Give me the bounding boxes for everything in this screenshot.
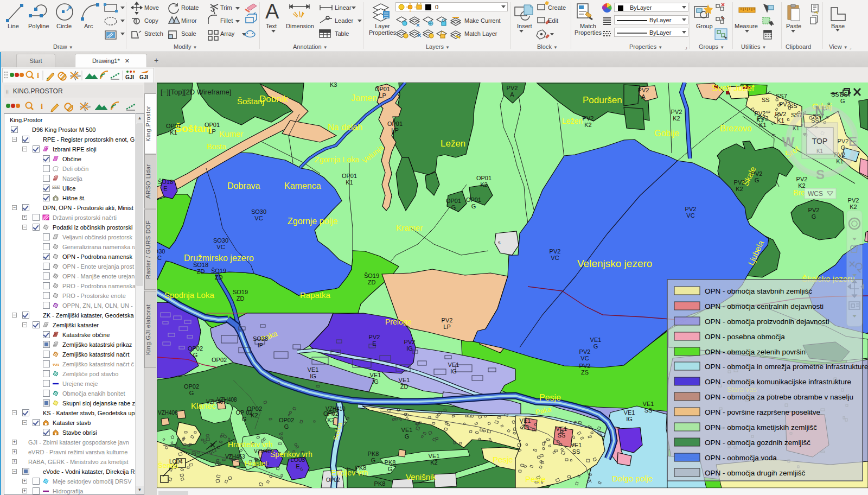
svg-text:OP 02: OP 02: [236, 409, 253, 416]
svg-text:IP: IP: [258, 342, 263, 348]
svg-text:Pesje: Pesje: [525, 474, 546, 484]
svg-text:GJI: GJI: [139, 74, 148, 80]
svg-text:PK8: PK8: [374, 480, 386, 487]
svg-text:OPN - posebna območja: OPN - posebna območja: [705, 333, 785, 341]
svg-text:PK8: PK8: [385, 459, 396, 466]
svg-text:OP01: OP01: [387, 120, 403, 127]
svg-text:Kamenca: Kamenca: [284, 181, 321, 191]
svg-text:ZS: ZS: [521, 424, 529, 430]
svg-text:Hrastelov vrh: Hrastelov vrh: [228, 440, 272, 449]
svg-text:ZS: ZS: [581, 369, 589, 376]
svg-text:Poduršen: Poduršen: [583, 95, 622, 105]
svg-text:A: A: [641, 93, 646, 100]
svg-text:A: A: [265, 0, 279, 23]
svg-text:PV2: PV2: [779, 101, 790, 107]
svg-text:PV2: PV2: [751, 170, 763, 177]
svg-text:VE1: VE1: [401, 427, 413, 433]
svg-text:G: G: [593, 343, 598, 350]
svg-text:i: i: [37, 71, 39, 80]
svg-text:K1: K1: [346, 179, 353, 186]
svg-text:SS: SS: [762, 97, 770, 103]
svg-text:LP: LP: [443, 323, 450, 330]
svg-text:SS: SS: [558, 432, 566, 439]
svg-text:Zgornje polje: Zgornje polje: [288, 217, 338, 226]
svg-text:PV2: PV2: [808, 207, 820, 213]
svg-text:G: G: [371, 457, 376, 464]
svg-text:WCS: WCS: [808, 190, 823, 198]
svg-text:A: A: [510, 91, 514, 98]
svg-text:ŠO18: ŠO18: [193, 262, 208, 268]
svg-text:SO30: SO30: [251, 208, 266, 215]
svg-text:OPN - območja gozdnih zemljišč: OPN - območja gozdnih zemljišč: [705, 439, 810, 447]
svg-text:OP02: OP02: [212, 357, 227, 363]
svg-text:Na delah: Na delah: [328, 123, 362, 132]
svg-text:TOP: TOP: [812, 137, 828, 145]
svg-text:SO30: SO30: [213, 237, 228, 244]
svg-text:PV2: PV2: [550, 248, 561, 255]
svg-text:PV2: PV2: [757, 115, 769, 122]
svg-text:OP02: OP02: [184, 383, 199, 390]
svg-text:PV2: PV2: [442, 317, 453, 323]
svg-text:K2: K2: [798, 182, 805, 189]
svg-text:K1: K1: [777, 117, 784, 124]
svg-text:K1: K1: [816, 148, 824, 154]
svg-text:ZD: ZD: [215, 274, 223, 281]
svg-text:VE1: VE1: [399, 377, 410, 383]
svg-text:OPN - območja proizvodnih deja: OPN - območja proizvodnih dejavnosti: [705, 318, 829, 326]
svg-text:Gobije: Gobije: [654, 129, 679, 138]
svg-text:PV2: PV2: [369, 334, 380, 340]
svg-text:PV2: PV2: [579, 363, 591, 369]
svg-text:G: G: [242, 416, 247, 422]
svg-text:G: G: [840, 98, 845, 104]
svg-text:OP01: OP01: [375, 86, 390, 92]
svg-text:G: G: [388, 466, 393, 472]
svg-text:Jamen: Jamen: [351, 93, 377, 103]
svg-text:OP02: OP02: [323, 410, 339, 417]
svg-text:LP: LP: [379, 92, 386, 99]
svg-text:K2: K2: [584, 122, 591, 128]
svg-text:OPN - območja zelenih površin: OPN - območja zelenih površin: [705, 348, 806, 356]
svg-text:G: G: [755, 177, 760, 183]
svg-text:Venišnik: Venišnik: [406, 472, 436, 481]
svg-text:OPN - območja drugih zemljišč: OPN - območja drugih zemljišč: [705, 469, 806, 477]
svg-text:PK8: PK8: [355, 465, 367, 471]
svg-text:VC: VC: [580, 355, 589, 361]
svg-text:PV2: PV2: [796, 176, 808, 182]
svg-text:K1: K1: [170, 129, 177, 136]
svg-text:VC: VC: [686, 212, 694, 219]
svg-text:SS7: SS7: [776, 93, 787, 99]
svg-text:S: S: [816, 167, 825, 182]
svg-text:VC: VC: [216, 244, 225, 250]
svg-text:Velenjsko jezero: Velenjsko jezero: [577, 258, 652, 269]
svg-text:OP02: OP02: [279, 417, 294, 423]
svg-text:E: E: [296, 463, 299, 469]
svg-text:OP01: OP01: [342, 173, 357, 179]
svg-text:VE1: VE1: [308, 366, 319, 373]
svg-text:Spodnja Loka: Spodnja Loka: [164, 290, 214, 300]
svg-text:Brezovo: Brezovo: [720, 124, 752, 133]
svg-text:LO04: LO04: [169, 459, 183, 465]
svg-text:PV2: PV2: [848, 197, 859, 204]
svg-text:G: G: [193, 352, 198, 358]
svg-text:ZD: ZD: [197, 268, 205, 275]
svg-text:IG: IG: [626, 416, 633, 422]
svg-text:VE1: VE1: [429, 453, 440, 459]
svg-text:OPN - območja komunikacijske i: OPN - območja komunikacijske infrastrukt…: [705, 378, 851, 386]
svg-text:K2: K2: [327, 417, 334, 423]
svg-text:ZD: ZD: [368, 279, 376, 285]
svg-text:Hrastel: Hrastel: [245, 459, 267, 467]
svg-text:VC: VC: [551, 255, 559, 261]
svg-text:Preloge: Preloge: [385, 318, 411, 326]
svg-text:SS: SS: [789, 103, 797, 109]
svg-text:K2: K2: [850, 204, 857, 210]
svg-text:ŠO18: ŠO18: [158, 179, 173, 185]
svg-text:i: i: [41, 102, 43, 111]
svg-text:s: s: [498, 240, 501, 245]
svg-text:Bre: Bre: [793, 188, 805, 197]
svg-text:ŠO19: ŠO19: [364, 272, 379, 279]
svg-text:SS: SS: [572, 448, 580, 455]
svg-text:IG: IG: [372, 378, 379, 385]
svg-text:VE1: VE1: [520, 417, 531, 424]
svg-text:N: N: [815, 104, 824, 118]
svg-text:G: G: [451, 204, 456, 211]
